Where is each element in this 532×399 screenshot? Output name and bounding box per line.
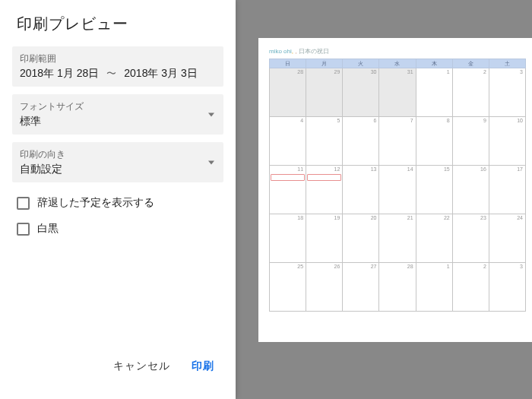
print-range-label: 印刷範囲 <box>20 52 216 65</box>
font-size-value: 標準 <box>20 115 216 128</box>
calendar-owner: miko ohi, , 日本の祝日 <box>269 47 526 55</box>
orientation-select[interactable]: 印刷の向き 自動設定 <box>12 142 223 182</box>
preview-page: miko ohi, , 日本の祝日 日 月 火 水 木 金 土 28 29 30 <box>258 38 532 342</box>
event-item <box>490 174 524 181</box>
preview-area: miko ohi, , 日本の祝日 日 月 火 水 木 金 土 28 29 30 <box>236 0 532 399</box>
calendar-row: 11 12 13 14 15 16 17 <box>270 166 526 214</box>
checkbox-icon <box>17 223 30 236</box>
range-end: 2018年 3月 3日 <box>124 67 198 81</box>
event-item <box>271 174 305 181</box>
print-range-field[interactable]: 印刷範囲 2018年 1月 28日 〜 2018年 3月 3日 <box>12 46 223 87</box>
calendar-row: 18 19 20 21 22 23 24 <box>270 214 526 263</box>
orientation-value: 自動設定 <box>20 163 216 176</box>
dialog-footer: キャンセル 印刷 <box>0 359 236 399</box>
page-title: 印刷プレビュー <box>0 0 236 46</box>
declined-checkbox-row[interactable]: 辞退した予定を表示する <box>0 190 236 216</box>
bw-checkbox-row[interactable]: 白黒 <box>0 216 236 242</box>
calendar-header-row: 日 月 火 水 木 金 土 <box>270 59 526 68</box>
orientation-label: 印刷の向き <box>20 148 216 161</box>
calendar-grid: 日 月 火 水 木 金 土 28 29 30 31 1 2 3 <box>269 59 526 312</box>
range-tilde: 〜 <box>106 67 116 81</box>
calendar-row: 28 29 30 31 1 2 3 <box>270 68 526 117</box>
print-button[interactable]: 印刷 <box>192 359 214 373</box>
chevron-down-icon <box>208 160 214 164</box>
event-item <box>307 174 341 181</box>
calendar-row: 25 26 27 28 1 2 3 <box>270 263 526 312</box>
range-start: 2018年 1月 28日 <box>20 67 99 81</box>
calendar-row: 4 5 6 7 8 9 10 <box>270 117 526 166</box>
print-range-value: 2018年 1月 28日 〜 2018年 3月 3日 <box>20 67 216 81</box>
declined-label: 辞退した予定を表示する <box>37 196 154 210</box>
bw-label: 白黒 <box>37 222 59 236</box>
cancel-button[interactable]: キャンセル <box>113 359 170 373</box>
print-preview-panel: 印刷プレビュー 印刷範囲 2018年 1月 28日 〜 2018年 3月 3日 … <box>0 0 236 399</box>
chevron-down-icon <box>208 112 214 116</box>
font-size-select[interactable]: フォントサイズ 標準 <box>12 94 223 135</box>
font-size-label: フォントサイズ <box>20 100 216 113</box>
checkbox-icon <box>17 197 30 210</box>
